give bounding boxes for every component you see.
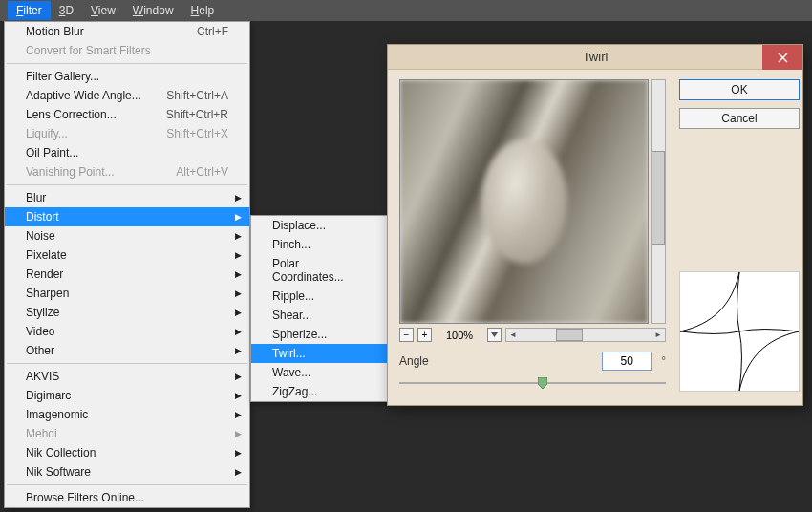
menu-item-browse-filters-online[interactable]: Browse Filters Online... bbox=[5, 488, 249, 507]
menu-separator bbox=[7, 484, 247, 485]
menu-item-distort[interactable]: Distort▶ bbox=[5, 207, 249, 226]
submenu-item-twirl[interactable]: Twirl... bbox=[251, 344, 389, 363]
chevron-down-icon bbox=[491, 332, 498, 337]
menubar-item-window[interactable]: Window bbox=[124, 1, 182, 20]
menu-item-adaptive-wide-angle[interactable]: Adaptive Wide Angle...Shift+Ctrl+A bbox=[5, 86, 249, 105]
submenu-item-pinch[interactable]: Pinch... bbox=[251, 235, 389, 254]
submenu-arrow-icon: ▶ bbox=[235, 212, 242, 222]
submenu-arrow-icon: ▶ bbox=[235, 308, 242, 317]
submenu-arrow-icon: ▶ bbox=[235, 231, 242, 241]
menu-item-noise[interactable]: Noise▶ bbox=[5, 226, 249, 245]
menu-item-video[interactable]: Video▶ bbox=[5, 322, 249, 341]
menu-separator bbox=[7, 363, 247, 364]
submenu-item-zigzag[interactable]: ZigZag... bbox=[251, 382, 389, 401]
submenu-item-ripple[interactable]: Ripple... bbox=[251, 287, 389, 306]
submenu-arrow-icon: ▶ bbox=[235, 327, 242, 336]
menu-item-lens-correction[interactable]: Lens Correction...Shift+Ctrl+R bbox=[5, 105, 249, 124]
slider-thumb[interactable] bbox=[538, 377, 547, 389]
dialog-titlebar[interactable]: Twirl bbox=[388, 45, 802, 70]
menubar-item-3d[interactable]: 3D bbox=[51, 1, 82, 20]
submenu-item-displace[interactable]: Displace... bbox=[251, 216, 389, 235]
zoom-in-button[interactable]: + bbox=[417, 328, 432, 342]
menu-item-stylize[interactable]: Stylize▶ bbox=[5, 303, 249, 322]
menu-item-liquify: Liquify...Shift+Ctrl+X bbox=[5, 124, 249, 143]
menu-item-filter-gallery[interactable]: Filter Gallery... bbox=[5, 67, 249, 86]
menubar-item-filter[interactable]: Filter bbox=[8, 1, 51, 20]
angle-row: Angle ° bbox=[399, 352, 666, 371]
menu-item-nik-collection[interactable]: Nik Collection▶ bbox=[5, 443, 249, 462]
preview-vertical-scrollbar[interactable] bbox=[651, 79, 666, 324]
scroll-right-arrow[interactable]: ► bbox=[652, 329, 665, 341]
slider-track bbox=[399, 382, 666, 384]
close-button[interactable] bbox=[762, 45, 802, 70]
angle-label: Angle bbox=[399, 354, 429, 368]
menu-item-blur[interactable]: Blur▶ bbox=[5, 188, 249, 207]
submenu-arrow-icon: ▶ bbox=[235, 391, 242, 400]
preview-image-subject bbox=[481, 139, 567, 264]
submenu-item-spherize[interactable]: Spherize... bbox=[251, 325, 389, 344]
submenu-arrow-icon: ▶ bbox=[235, 193, 242, 203]
menubar-item-view[interactable]: View bbox=[82, 1, 124, 20]
submenu-item-polar-coordinates[interactable]: Polar Coordinates... bbox=[251, 254, 389, 287]
zoom-dropdown[interactable] bbox=[487, 328, 502, 342]
menu-separator bbox=[7, 63, 247, 64]
submenu-arrow-icon: ▶ bbox=[235, 372, 242, 381]
dialog-left-column: − + 100% ◄ ► Angle ° bbox=[399, 79, 666, 392]
twirl-curve-preview bbox=[679, 271, 800, 392]
zoom-value: 100% bbox=[436, 330, 483, 341]
ok-button[interactable]: OK bbox=[679, 79, 800, 100]
submenu-arrow-icon: ▶ bbox=[235, 410, 242, 419]
menu-separator bbox=[7, 184, 247, 185]
zoom-out-button[interactable]: − bbox=[399, 328, 414, 342]
distort-submenu: Displace...Pinch...Polar Coordinates...R… bbox=[250, 215, 390, 402]
menu-item-other[interactable]: Other▶ bbox=[5, 341, 249, 360]
menu-item-render[interactable]: Render▶ bbox=[5, 265, 249, 284]
menu-item-digimarc[interactable]: Digimarc▶ bbox=[5, 386, 249, 405]
menu-item-oil-paint[interactable]: Oil Paint... bbox=[5, 143, 249, 162]
menu-item-pixelate[interactable]: Pixelate▶ bbox=[5, 245, 249, 265]
preview-horizontal-scrollbar[interactable]: ◄ ► bbox=[505, 328, 666, 342]
degree-symbol: ° bbox=[661, 354, 666, 368]
filter-dropdown: Motion BlurCtrl+FConvert for Smart Filte… bbox=[4, 21, 250, 508]
scroll-left-arrow[interactable]: ◄ bbox=[506, 329, 520, 341]
close-icon bbox=[778, 53, 788, 63]
scrollbar-thumb[interactable] bbox=[652, 151, 665, 245]
submenu-arrow-icon: ▶ bbox=[235, 269, 242, 279]
submenu-arrow-icon: ▶ bbox=[235, 448, 242, 458]
dialog-body: − + 100% ◄ ► Angle ° bbox=[388, 70, 802, 405]
menu-item-akvis[interactable]: AKVIS▶ bbox=[5, 367, 249, 386]
scrollbar-track[interactable] bbox=[520, 329, 652, 341]
menubar: Filter3DViewWindowHelp bbox=[0, 0, 812, 21]
submenu-item-wave[interactable]: Wave... bbox=[251, 363, 389, 382]
dialog-right-column: OK Cancel bbox=[679, 79, 800, 392]
submenu-arrow-icon: ▶ bbox=[235, 250, 242, 260]
twirl-curve-icon bbox=[680, 272, 799, 391]
menu-item-convert-for-smart-filters: Convert for Smart Filters bbox=[5, 41, 249, 60]
menu-item-vanishing-point: Vanishing Point...Alt+Ctrl+V bbox=[5, 162, 249, 181]
twirl-dialog: Twirl − + 100% bbox=[387, 44, 803, 406]
dialog-title: Twirl bbox=[583, 50, 609, 64]
menu-item-mehdi: Mehdi▶ bbox=[5, 424, 249, 443]
submenu-arrow-icon: ▶ bbox=[235, 288, 242, 298]
menu-item-motion-blur[interactable]: Motion BlurCtrl+F bbox=[5, 22, 249, 41]
angle-input[interactable] bbox=[602, 352, 652, 371]
preview-wrap bbox=[399, 79, 666, 324]
angle-slider[interactable] bbox=[399, 374, 666, 392]
menu-item-imagenomic[interactable]: Imagenomic▶ bbox=[5, 405, 249, 424]
scrollbar-thumb[interactable] bbox=[556, 329, 583, 341]
submenu-arrow-icon: ▶ bbox=[235, 429, 242, 438]
submenu-arrow-icon: ▶ bbox=[235, 467, 242, 477]
menubar-item-help[interactable]: Help bbox=[182, 1, 224, 20]
submenu-item-shear[interactable]: Shear... bbox=[251, 306, 389, 325]
submenu-arrow-icon: ▶ bbox=[235, 346, 242, 355]
menu-item-nik-software[interactable]: Nik Software▶ bbox=[5, 462, 249, 481]
filter-preview[interactable] bbox=[399, 79, 649, 324]
menu-item-sharpen[interactable]: Sharpen▶ bbox=[5, 284, 249, 303]
zoom-controls: − + 100% ◄ ► bbox=[399, 328, 666, 342]
cancel-button[interactable]: Cancel bbox=[679, 108, 800, 129]
